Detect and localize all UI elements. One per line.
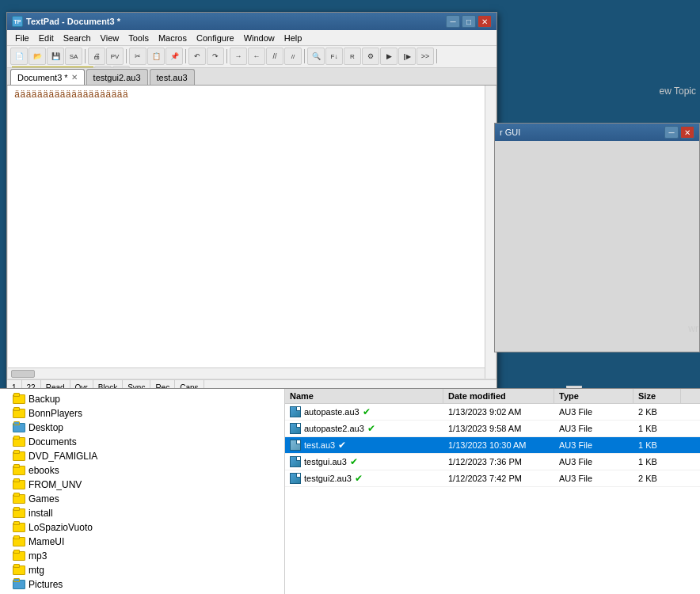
toolbar-sep-4 xyxy=(226,49,227,63)
file-type-testgui2: AU3 File xyxy=(554,471,633,485)
file-name-test: test.au3 ✔ xyxy=(285,437,443,453)
right-panel: r GUI ─ ✕ xyxy=(494,123,700,352)
titlebar-left: TP TextPad - Document3 * xyxy=(12,16,120,27)
tab-test[interactable]: test.au3 xyxy=(150,69,195,85)
minimize-button[interactable]: ─ xyxy=(446,15,460,28)
file-row-test[interactable]: test.au3 ✔ 1/13/2023 10:30 AM AU3 File 1… xyxy=(285,437,700,454)
file-row-testgui2[interactable]: testgui2.au3 ✔ 1/12/2023 7:42 PM AU3 Fil… xyxy=(285,470,700,487)
file-name-autopaste2: autopaste2.au3 ✔ xyxy=(285,421,443,436)
tab-document3-close[interactable]: ✕ xyxy=(71,73,78,82)
tools-button[interactable]: ⚙ xyxy=(362,48,379,65)
file-modified-autopaste2: 1/13/2023 9:58 AM xyxy=(443,421,554,436)
scrollbar-h-thumb[interactable] xyxy=(11,370,35,378)
menu-window[interactable]: Window xyxy=(239,32,280,44)
tree-item-lospazio[interactable]: LoSpazioVuoto xyxy=(0,520,284,535)
file-type-autopaste2: AU3 File xyxy=(554,421,633,436)
menu-configure[interactable]: Configure xyxy=(192,32,239,44)
tree-item-bonnplayers[interactable]: BonnPlayers xyxy=(0,406,284,421)
wr-text: wr xyxy=(688,323,698,334)
files-list: autopaste.au3 ✔ 1/13/2023 9:02 AM AU3 Fi… xyxy=(285,404,700,594)
tree-item-desktop[interactable]: Desktop xyxy=(0,421,284,435)
editor-area[interactable]: ääääääääääääääääääää xyxy=(7,86,496,379)
open-button[interactable]: 📂 xyxy=(29,48,46,65)
new-button[interactable]: 📄 xyxy=(10,48,28,65)
folder-icon-documents xyxy=(13,437,25,447)
file-row-autopaste2[interactable]: autopaste2.au3 ✔ 1/13/2023 9:58 AM AU3 F… xyxy=(285,421,700,437)
folder-icon-install xyxy=(13,508,25,518)
scrollbar-horizontal[interactable] xyxy=(8,367,485,379)
print-button[interactable]: 🖨 xyxy=(88,48,105,65)
header-name[interactable]: Name xyxy=(285,389,443,403)
tree-item-ebooks[interactable]: ebooks xyxy=(0,463,284,478)
toolbar-sep-2 xyxy=(126,49,127,63)
print-preview-button[interactable]: PV xyxy=(106,48,124,65)
file-modified-testgui2: 1/12/2023 7:42 PM xyxy=(443,471,554,485)
paste-button[interactable]: 📌 xyxy=(165,48,183,65)
tree-item-mp3[interactable]: mp3 xyxy=(0,549,284,563)
undo-button[interactable]: ↶ xyxy=(188,48,206,65)
toolbar-sep-5 xyxy=(304,49,305,63)
redo-button[interactable]: ↷ xyxy=(207,48,224,65)
right-panel-body xyxy=(495,141,699,347)
header-modified[interactable]: Date modified xyxy=(443,389,554,403)
editor-line-1: ääääääääääääääääääää xyxy=(14,89,128,101)
run-button[interactable]: ▶ xyxy=(380,48,398,65)
tree-item-from-unv[interactable]: FROM_UNV xyxy=(0,478,284,492)
replace-button[interactable]: R xyxy=(344,48,361,65)
cut-button[interactable]: ✂ xyxy=(129,48,146,65)
editor-content: ääääääääääääääääääää xyxy=(8,86,496,105)
folder-icon-lospazio xyxy=(13,523,25,532)
file-name-testgui2: testgui2.au3 ✔ xyxy=(285,470,443,486)
tree-item-dvd[interactable]: DVD_FAMIGLIA xyxy=(0,449,284,463)
findnext-button[interactable]: F↓ xyxy=(325,48,343,65)
menu-view[interactable]: View xyxy=(96,32,124,44)
menu-search[interactable]: Search xyxy=(59,32,96,44)
topic-text: ew Topic xyxy=(660,86,696,97)
right-panel-close[interactable]: ✕ xyxy=(680,126,694,139)
copy-button[interactable]: 📋 xyxy=(147,48,165,65)
tree-item-documents[interactable]: Documents xyxy=(0,435,284,449)
tab-testgui2[interactable]: testgui2.au3 xyxy=(86,69,148,85)
menu-help[interactable]: Help xyxy=(280,32,307,44)
tree-item-pictures[interactable]: Pictures xyxy=(0,577,284,592)
tree-item-mtg[interactable]: mtg xyxy=(0,563,284,577)
header-size[interactable]: Size xyxy=(633,389,681,403)
more-button[interactable]: >> xyxy=(417,48,434,65)
header-type[interactable]: Type xyxy=(554,389,633,403)
menu-tools[interactable]: Tools xyxy=(124,32,154,44)
menu-file[interactable]: File xyxy=(10,32,34,44)
tree-panel: Backup BonnPlayers Desktop Documents DVD… xyxy=(0,389,285,594)
folder-icon-pictures xyxy=(13,580,25,589)
folder-icon-backup xyxy=(13,394,25,404)
tree-item-backup[interactable]: Backup xyxy=(0,392,284,406)
tab-test-label: test.au3 xyxy=(157,73,188,82)
file-name-autopaste: autopaste.au3 ✔ xyxy=(285,404,443,420)
maximize-button[interactable]: □ xyxy=(462,15,476,28)
file-row-autopaste[interactable]: autopaste.au3 ✔ 1/13/2023 9:02 AM AU3 Fi… xyxy=(285,404,700,421)
find-button[interactable]: 🔍 xyxy=(307,48,325,65)
indent-button[interactable]: → xyxy=(230,48,247,65)
comment-button[interactable]: // xyxy=(266,48,283,65)
uncomment-button[interactable]: // xyxy=(284,48,302,65)
close-button[interactable]: ✕ xyxy=(477,15,492,28)
right-panel-minimize[interactable]: ─ xyxy=(664,126,679,139)
folder-icon-dvd xyxy=(13,451,25,461)
menu-edit[interactable]: Edit xyxy=(34,32,59,44)
save-button[interactable]: 💾 xyxy=(47,48,64,65)
unindent-button[interactable]: ← xyxy=(248,48,265,65)
file-type-test: AU3 File xyxy=(554,438,633,452)
tree-item-games[interactable]: Games xyxy=(0,492,284,506)
menu-macros[interactable]: Macros xyxy=(154,32,192,44)
file-icon-autopaste xyxy=(290,406,301,417)
toolbar-sep-1 xyxy=(85,49,86,63)
runpause-button[interactable]: ‖▶ xyxy=(398,48,416,65)
status-icon-autopaste2: ✔ xyxy=(367,423,375,434)
tree-item-mameui[interactable]: MameUI xyxy=(0,535,284,549)
tree-item-install[interactable]: install xyxy=(0,506,284,520)
tab-document3[interactable]: Document3 * ✕ xyxy=(10,69,85,85)
file-row-testgui[interactable]: testgui.au3 ✔ 1/12/2023 7:36 PM AU3 File… xyxy=(285,454,700,470)
save-all-button[interactable]: SA xyxy=(65,48,82,65)
file-size-test: 1 KB xyxy=(633,438,681,452)
file-explorer: Backup BonnPlayers Desktop Documents DVD… xyxy=(0,388,700,594)
folder-icon-mp3 xyxy=(13,551,25,561)
